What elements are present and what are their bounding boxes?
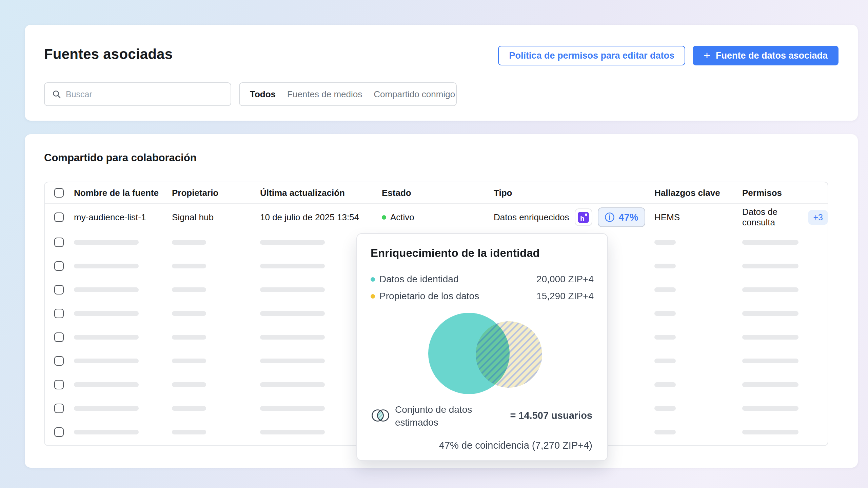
row-checkbox[interactable] xyxy=(54,332,64,342)
legend-label-owner: Propietario de los datos xyxy=(379,291,479,302)
skeleton-bar-permissions xyxy=(742,264,798,268)
column-header-name: Nombre de la fuente xyxy=(74,188,172,198)
search-input[interactable] xyxy=(66,89,223,99)
skeleton-bar-permissions xyxy=(742,335,798,340)
plus-icon: + xyxy=(704,49,710,61)
column-header-permissions: Permisos xyxy=(742,188,828,198)
skeleton-bar-findings xyxy=(654,311,676,316)
row-checkbox[interactable] xyxy=(54,380,64,389)
skeleton-bar-owner xyxy=(172,240,206,245)
column-header-status: Estado xyxy=(382,188,494,198)
identity-enrichment-popover: Enriquecimiento de la identidad Datos de… xyxy=(356,233,608,461)
filter-compartido-conmigo[interactable]: Compartido conmigo xyxy=(374,89,455,100)
add-data-source-label: Fuente de datos asociada xyxy=(716,50,828,61)
venn-icon xyxy=(370,406,391,425)
skeleton-bar-updated xyxy=(260,382,325,387)
column-header-owner: Propietario xyxy=(172,188,260,198)
match-percent-badge[interactable]: 47% xyxy=(598,207,645,227)
hub-logo-frame: h xyxy=(575,208,592,226)
column-header-type: Tipo xyxy=(494,188,654,198)
skeleton-bar-findings xyxy=(654,264,676,268)
section-title: Compartido para colaboración xyxy=(44,152,197,164)
skeleton-bar-findings xyxy=(654,335,676,340)
permissions-more-badge[interactable]: +3 xyxy=(808,210,828,225)
skeleton-bar-name xyxy=(74,311,139,316)
skeleton-bar-name xyxy=(74,359,139,363)
estimated-dataset-label: Conjunto de datos estimados xyxy=(395,403,490,429)
table-header-row: Nombre de la fuente Propietario Última a… xyxy=(45,182,828,204)
status-label: Activo xyxy=(390,212,414,223)
skeleton-bar-name xyxy=(74,406,139,411)
estimated-dataset-value: = 14.507 usuarios xyxy=(510,410,592,421)
skeleton-bar-permissions xyxy=(742,406,798,411)
popover-title: Enriquecimiento de la identidad xyxy=(371,247,540,260)
search-icon xyxy=(52,90,61,99)
skeleton-bar-updated xyxy=(260,264,325,268)
skeleton-bar-permissions xyxy=(742,311,798,316)
skeleton-bar-name xyxy=(74,287,139,292)
row-checkbox[interactable] xyxy=(54,356,64,366)
skeleton-bar-permissions xyxy=(742,240,798,245)
skeleton-bar-findings xyxy=(654,430,676,434)
header-card: Fuentes asociadas Política de permisos p… xyxy=(25,25,858,121)
row-checkbox[interactable] xyxy=(54,309,64,318)
skeleton-bar-name xyxy=(74,382,139,387)
venn-circle-owner xyxy=(476,321,542,388)
skeleton-bar-updated xyxy=(260,335,325,340)
hub-logo-dot xyxy=(585,214,587,216)
key-findings: HEMS xyxy=(654,212,742,223)
legend-dot-gold-icon xyxy=(371,294,375,299)
legend-row-identity: Datos de identidad 20,000 ZIP+4 xyxy=(371,272,594,287)
status-cell: Activo xyxy=(382,212,494,223)
skeleton-bar-owner xyxy=(172,382,206,387)
venn-diagram xyxy=(357,309,609,404)
column-header-findings: Hallazgos clave xyxy=(654,188,742,198)
skeleton-bar-owner xyxy=(172,430,206,434)
skeleton-bar-permissions xyxy=(742,430,798,434)
permissions-label: Datos de consulta xyxy=(742,207,804,228)
source-name: my-audience-list-1 xyxy=(74,212,172,223)
skeleton-bar-findings xyxy=(654,240,676,245)
legend-label-identity: Datos de identidad xyxy=(379,274,459,285)
select-all-checkbox[interactable] xyxy=(54,188,64,198)
skeleton-bar-owner xyxy=(172,311,206,316)
row-checkbox[interactable] xyxy=(54,238,64,247)
skeleton-bar-name xyxy=(74,430,139,434)
header-actions: Política de permisos para editar datos +… xyxy=(498,46,839,65)
match-coincidence-line: 47% de coincidencia (7,270 ZIP+4) xyxy=(439,440,592,451)
type-label: Datos enriquecidos xyxy=(494,212,569,223)
add-data-source-button[interactable]: + Fuente de datos asociada xyxy=(693,46,839,65)
skeleton-bar-updated xyxy=(260,240,325,245)
row-checkbox[interactable] xyxy=(54,427,64,437)
search-box[interactable] xyxy=(44,82,231,106)
skeleton-bar-owner xyxy=(172,264,206,268)
skeleton-bar-owner xyxy=(172,287,206,292)
filter-todos[interactable]: Todos xyxy=(250,89,276,100)
skeleton-bar-updated xyxy=(260,406,325,411)
skeleton-bar-findings xyxy=(654,382,676,387)
page-title: Fuentes asociadas xyxy=(44,46,173,63)
skeleton-bar-findings xyxy=(654,406,676,411)
skeleton-bar-name xyxy=(74,264,139,268)
table-row[interactable]: my-audience-list-1 Signal hub 10 de juli… xyxy=(45,204,828,230)
skeleton-bar-findings xyxy=(654,287,676,292)
row-checkbox[interactable] xyxy=(54,212,64,222)
status-dot-icon xyxy=(382,215,386,220)
permissions-cell: Datos de consulta +3 xyxy=(742,207,828,228)
row-checkbox[interactable] xyxy=(54,285,64,294)
permissions-policy-button[interactable]: Política de permisos para editar datos xyxy=(498,46,685,65)
skeleton-bar-updated xyxy=(260,311,325,316)
legend-row-owner: Propietario de los datos 15,290 ZIP+4 xyxy=(371,289,594,304)
match-percent-value: 47% xyxy=(619,212,638,223)
skeleton-bar-permissions xyxy=(742,287,798,292)
page-background: { "header_card": { "title": "Fuentes aso… xyxy=(0,0,868,488)
skeleton-bar-name xyxy=(74,335,139,340)
skeleton-bar-owner xyxy=(172,406,206,411)
skeleton-bar-updated xyxy=(260,359,325,363)
filter-fuentes-de-medios[interactable]: Fuentes de medios xyxy=(287,89,362,100)
row-checkbox[interactable] xyxy=(54,261,64,271)
skeleton-bar-owner xyxy=(172,335,206,340)
hub-logo-icon: h xyxy=(578,212,589,223)
row-checkbox[interactable] xyxy=(54,404,64,413)
info-icon xyxy=(605,212,615,222)
